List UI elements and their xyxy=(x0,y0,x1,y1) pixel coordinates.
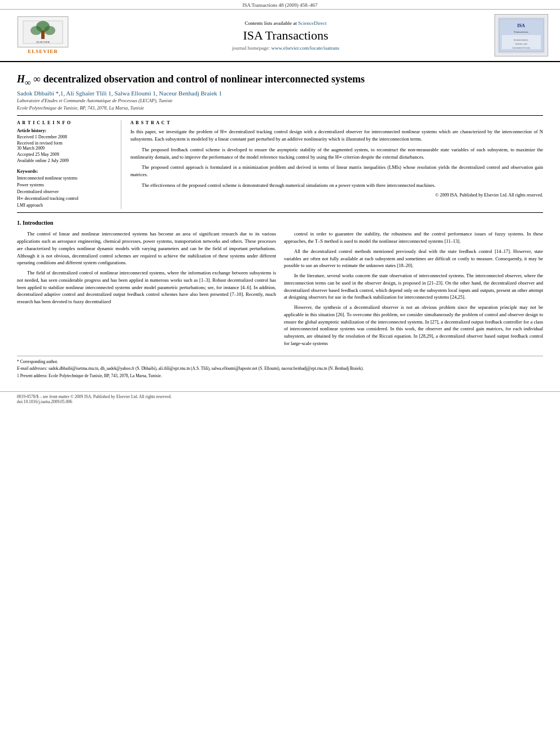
article-title: H∞ ∞ decentralized observation and contr… xyxy=(17,73,543,88)
svg-rect-4 xyxy=(41,30,45,39)
elsevier-logo-area: ELSEVIER ELSEVIER xyxy=(9,16,77,54)
doi-line: doi:10.1016/j.isatra.2009.05.006 xyxy=(17,399,543,404)
introduction-section: 1. Introduction The control of linear an… xyxy=(17,220,543,350)
citation-text: ISA Transactions 48 (2009) 458–467 xyxy=(242,2,317,8)
sciencedirect-link[interactable]: ScienceDirect xyxy=(298,20,326,26)
keywords-label: Keywords: xyxy=(17,169,114,174)
svg-point-3 xyxy=(44,26,55,35)
keyword-item: Interconnected nonlinear systems xyxy=(17,175,114,182)
corresponding-note: * Corresponding author. xyxy=(17,359,543,365)
article-authors: Sadok Dhbaibi *,1, Ali Sghaïer Tlili 1, … xyxy=(17,90,543,97)
homepage-url[interactable]: www.elsevier.com/locate/isatrans xyxy=(272,45,339,51)
intro-paragraph: control in order to guarantee the stabil… xyxy=(284,230,543,245)
intro-two-col: The control of linear and nonlinear inte… xyxy=(17,230,543,350)
keyword-item: Power systems xyxy=(17,182,114,189)
abstract-paragraph: The proposed feedback control scheme is … xyxy=(130,146,543,161)
email-label: E-mail addresses: xyxy=(17,366,47,371)
bottom-bar: 0019-0578/$ – see front matter © 2009 IS… xyxy=(0,391,560,407)
abstract-paragraph: In this paper, we investigate the proble… xyxy=(130,128,543,143)
abstract-text: In this paper, we investigate the proble… xyxy=(130,128,543,189)
svg-point-2 xyxy=(30,26,42,35)
article-history: Article history: Received 1 December 200… xyxy=(17,128,114,163)
journal-title-area: Contents lists available at ScienceDirec… xyxy=(82,20,489,51)
h-infinity-symbol: H xyxy=(17,73,25,85)
footnote-area: * Corresponding author. E-mail addresses… xyxy=(17,356,543,379)
abstract-paragraph: The proposed control approach is formula… xyxy=(130,164,543,178)
keyword-item: LMI approach xyxy=(17,202,114,209)
abstract-paragraph: The effectiveness of the proposed contro… xyxy=(130,182,543,189)
svg-text:ISA: ISA xyxy=(517,23,525,28)
svg-text:Transactions: Transactions xyxy=(514,30,528,33)
accepted-date: Accepted 25 May 2009 xyxy=(17,152,114,157)
intro-heading: 1. Introduction xyxy=(17,220,543,226)
section-divider xyxy=(17,212,543,213)
intro-col2: control in order to guarantee the stabil… xyxy=(284,230,543,350)
elsevier-image: ELSEVIER xyxy=(18,16,68,47)
article-info-label: A R T I C L E I N F O xyxy=(17,120,114,125)
intro-paragraph: However, the synthesis of a decentralize… xyxy=(284,304,543,347)
abstract-label: A B S T R A C T xyxy=(130,120,543,125)
article-info-column: A R T I C L E I N F O Article history: R… xyxy=(17,120,121,209)
article-info-abstract: A R T I C L E I N F O Article history: R… xyxy=(17,120,543,209)
keywords-list: Interconnected nonlinear systemsPower sy… xyxy=(17,175,114,209)
elsevier-brand: ELSEVIER xyxy=(28,49,58,54)
keywords-section: Keywords: Interconnected nonlinear syste… xyxy=(17,169,114,209)
intro-paragraph: The field of decentralized control of no… xyxy=(17,269,276,305)
received-date: Received 1 December 2008 xyxy=(17,134,114,139)
email-note: E-mail addresses: sadok.dhbaibi@isetma.r… xyxy=(17,366,543,372)
contents-note: Contents lists available at ScienceDirec… xyxy=(82,20,489,26)
history-label: Article history: xyxy=(17,128,114,133)
main-content: H∞ ∞ decentralized observation and contr… xyxy=(0,62,560,386)
intro-paragraph: In the literature, several works concern… xyxy=(284,272,543,301)
affiliation-2: Ecole Polytechnique de Tunisie, BP, 743,… xyxy=(17,105,543,112)
journal-title: ISA Transactions xyxy=(82,28,489,43)
keyword-item: Decentralized observer xyxy=(17,189,114,195)
svg-text:ELSEVIER: ELSEVIER xyxy=(36,41,50,43)
isa-logo: ISA Transactions Instrumentation, System… xyxy=(495,14,548,56)
intro-col1: The control of linear and nonlinear inte… xyxy=(17,230,276,350)
isa-logo-area: ISA Transactions Instrumentation, System… xyxy=(495,14,551,56)
available-date: Available online 2 July 2009 xyxy=(17,158,114,163)
copyright: © 2009 ISA. Published by Elsevier Ltd. A… xyxy=(130,193,543,198)
journal-citation: ISA Transactions 48 (2009) 458–467 xyxy=(0,0,560,10)
abstract-column: A B S T R A C T In this paper, we invest… xyxy=(130,120,543,209)
intro-paragraph: The control of linear and nonlinear inte… xyxy=(17,230,276,267)
journal-header: ELSEVIER ELSEVIER Contents lists availab… xyxy=(0,10,560,62)
svg-text:Automation Society: Automation Society xyxy=(512,46,530,49)
keyword-item: H∞ decentralized tracking control xyxy=(17,195,114,202)
journal-homepage: journal homepage: www.elsevier.com/locat… xyxy=(82,45,489,51)
footnote-1: 1 Present address: Ecole Polytechnique d… xyxy=(17,373,543,379)
issn-line: 0019-0578/$ – see front matter © 2009 IS… xyxy=(17,394,543,399)
affiliation-1: Laboratoire d'Etudes et Commande Automat… xyxy=(17,98,543,104)
article-title-area: H∞ ∞ decentralized observation and contr… xyxy=(17,68,543,116)
revised-date: Received in revised form 30 March 2009 xyxy=(17,141,114,151)
intro-paragraph: All the decentralized control methods me… xyxy=(284,248,543,269)
elsevier-logo: ELSEVIER ELSEVIER xyxy=(9,16,77,54)
email-addresses: sadok.dhbaibi@isetma.rnu.tn, dh_sadek@ya… xyxy=(49,366,364,371)
